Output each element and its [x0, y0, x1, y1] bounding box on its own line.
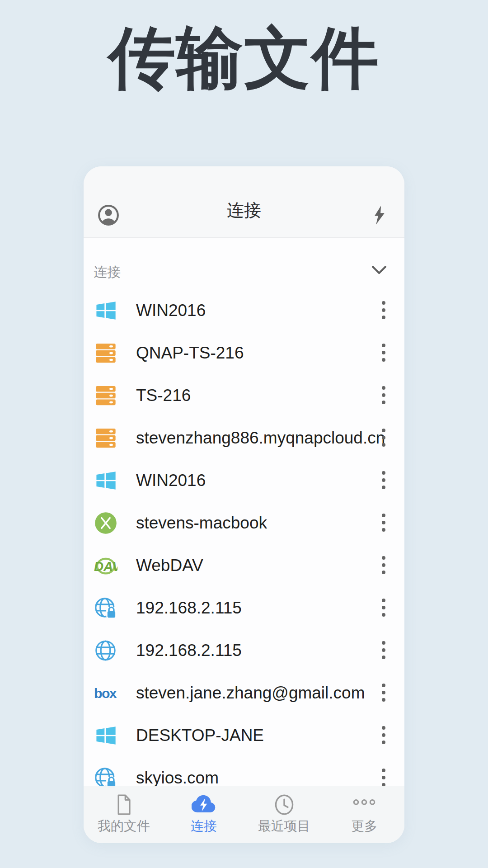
connection-row[interactable]: 192.168.2.115 — [84, 629, 404, 672]
row-menu-button[interactable] — [373, 382, 394, 409]
page-title: 传输文件 — [0, 23, 488, 93]
connection-name: DESKTOP-JANE — [136, 726, 264, 745]
windows-icon — [94, 724, 117, 747]
connection-row[interactable]: DAVWebDAV — [84, 544, 404, 587]
connection-name: 192.168.2.115 — [136, 641, 242, 660]
connection-name: skyios.com — [136, 769, 219, 788]
chevron-down-icon — [371, 265, 387, 276]
cloud-bolt-icon — [192, 793, 216, 817]
connection-name: TS-216 — [136, 386, 191, 405]
kebab-menu-icon — [380, 299, 387, 322]
header-title: 连接 — [84, 199, 404, 222]
row-menu-button[interactable] — [373, 722, 394, 749]
kebab-menu-icon — [380, 384, 387, 407]
kebab-menu-icon — [380, 681, 387, 705]
connection-name: stevens-macbook — [136, 514, 267, 533]
tab-label: 更多 — [351, 820, 377, 833]
connection-name: QNAP-TS-216 — [136, 344, 244, 363]
connection-row[interactable]: stevenzhang886.myqnapcloud.cn — [84, 417, 404, 459]
tab-label: 最近项目 — [258, 820, 310, 833]
kebab-menu-icon — [380, 554, 387, 577]
nas-icon — [94, 341, 117, 365]
connection-row[interactable]: 192.168.2.115 — [84, 587, 404, 629]
svg-text:box: box — [94, 686, 117, 701]
kebab-menu-icon — [380, 341, 387, 365]
connection-list: WIN2016 QNAP-TS-216 TS-216 stevenzhang88… — [84, 289, 404, 799]
windows-icon — [94, 299, 117, 322]
connection-name: WebDAV — [136, 556, 203, 575]
row-menu-button[interactable] — [373, 467, 394, 494]
section-collapse-button[interactable] — [371, 265, 387, 276]
connection-row[interactable]: TS-216 — [84, 374, 404, 417]
row-menu-button[interactable] — [373, 637, 394, 664]
app-header: 连接 — [84, 166, 404, 238]
nas-icon — [94, 426, 117, 450]
macos-icon — [94, 511, 117, 535]
connection-row[interactable]: WIN2016 — [84, 289, 404, 332]
row-menu-button[interactable] — [373, 552, 394, 579]
clock-icon — [272, 793, 296, 817]
kebab-menu-icon — [380, 639, 387, 662]
connection-row[interactable]: QNAP-TS-216 — [84, 332, 404, 374]
kebab-menu-icon — [380, 426, 387, 450]
tab-file[interactable]: 我的文件 — [84, 786, 164, 843]
kebab-menu-icon — [380, 724, 387, 747]
tab-more[interactable]: 更多 — [324, 786, 405, 843]
globe-icon — [94, 639, 117, 662]
tab-label: 连接 — [191, 820, 217, 833]
connection-name: WIN2016 — [136, 471, 206, 490]
row-menu-button[interactable] — [373, 594, 394, 622]
nas-icon — [94, 384, 117, 407]
svg-text:DAV: DAV — [94, 559, 117, 574]
tab-clock[interactable]: 最近项目 — [244, 786, 324, 843]
kebab-menu-icon — [380, 469, 387, 492]
section-label: 连接 — [94, 263, 121, 282]
connection-row[interactable]: boxsteven.jane.zhang@gmail.com — [84, 672, 404, 714]
connection-row[interactable]: DESKTOP-JANE — [84, 714, 404, 757]
box-icon: box — [94, 681, 117, 705]
kebab-menu-icon — [380, 596, 387, 620]
row-menu-button[interactable] — [373, 679, 394, 707]
row-menu-button[interactable] — [373, 425, 394, 452]
connection-name: stevenzhang886.myqnapcloud.cn — [136, 429, 385, 448]
quick-transfer-button[interactable] — [368, 204, 391, 226]
tab-label: 我的文件 — [98, 820, 150, 833]
tab-bar: 我的文件 连接 最近项目 更多 — [84, 786, 404, 843]
connection-row[interactable]: stevens-macbook — [84, 502, 404, 544]
file-icon — [112, 793, 136, 817]
tab-cloud-bolt[interactable]: 连接 — [164, 786, 244, 843]
connection-name: 192.168.2.115 — [136, 599, 242, 618]
app-window: 连接 连接 WIN2016 QNAP-TS-216 TS-216 — [84, 166, 404, 843]
connection-name: WIN2016 — [136, 301, 206, 320]
lightning-icon — [368, 204, 391, 226]
windows-icon — [94, 469, 117, 492]
row-menu-button[interactable] — [373, 340, 394, 367]
connection-row[interactable]: WIN2016 — [84, 459, 404, 502]
row-menu-button[interactable] — [373, 509, 394, 537]
row-menu-button[interactable] — [373, 297, 394, 324]
kebab-menu-icon — [380, 511, 387, 535]
webdav-icon: DAV — [94, 554, 117, 577]
connection-name: steven.jane.zhang@gmail.com — [136, 684, 365, 703]
globe-lock-icon — [94, 596, 117, 620]
more-icon — [352, 793, 376, 817]
